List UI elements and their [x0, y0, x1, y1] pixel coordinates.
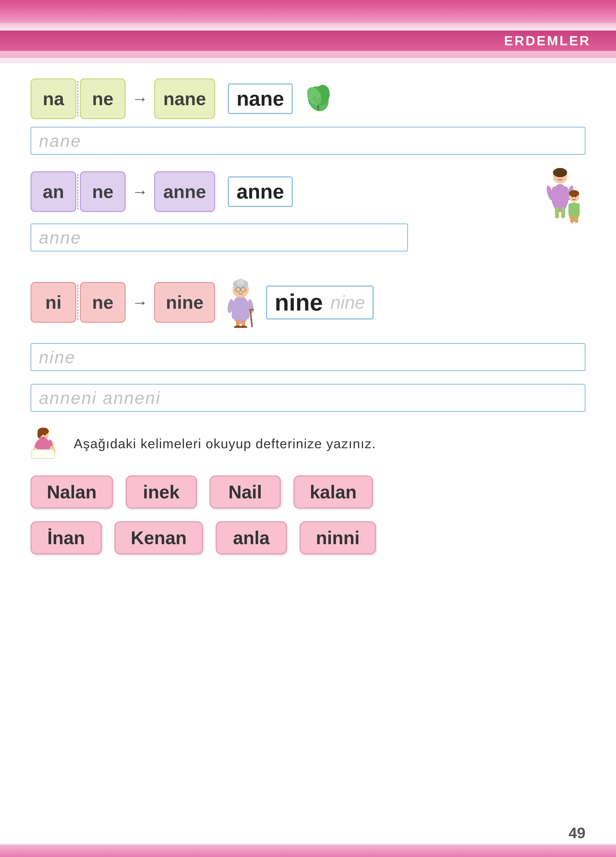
nine-solid-word: nine	[275, 289, 323, 316]
word-btn-inan[interactable]: İnan	[31, 521, 102, 554]
combined-anne: anne	[154, 171, 215, 212]
svg-point-16	[557, 176, 559, 177]
combined-nine: nine	[154, 282, 215, 323]
svg-point-42	[239, 326, 247, 328]
header-title: ERDEMLER	[504, 33, 591, 48]
svg-point-21	[569, 190, 579, 197]
arrow-anne: →	[132, 182, 148, 201]
header-bar: ERDEMLER	[0, 31, 616, 51]
word-btn-ninni[interactable]: ninni	[300, 521, 376, 554]
top-banner	[0, 0, 616, 23]
nine-row: ni ne → nine	[31, 277, 585, 328]
svg-point-30	[237, 278, 244, 286]
word-buttons-row1: Nalan inek Nail kalan	[31, 475, 585, 509]
nane-row: na ne → nane nane	[31, 78, 585, 119]
svg-rect-52	[32, 450, 55, 458]
combined-nane: nane	[154, 78, 215, 119]
nane-writing-area[interactable]: nane	[31, 127, 585, 155]
svg-rect-13	[555, 207, 559, 218]
display-nane: nane	[228, 84, 293, 114]
word-btn-kenan[interactable]: Kenan	[114, 521, 203, 554]
word-btn-anla[interactable]: anla	[216, 521, 287, 554]
word-btn-kalan[interactable]: kalan	[293, 475, 373, 509]
separator-nine	[77, 285, 79, 320]
anne-row: an ne → anne anne	[31, 171, 532, 212]
svg-point-17	[561, 176, 563, 177]
grandma-icon	[220, 277, 261, 328]
svg-point-56	[44, 434, 46, 436]
separator-anne	[77, 174, 79, 209]
syllable-ne-3: ne	[80, 282, 126, 323]
anne-writing-area[interactable]: anne	[31, 223, 408, 252]
top-banner-thin	[0, 23, 616, 31]
svg-rect-27	[232, 301, 250, 319]
syllable-ne-1: ne	[80, 78, 126, 119]
separator-nane	[77, 81, 79, 117]
nane-writing-text: nane	[39, 131, 81, 151]
instruction-row: Aşağıdaki kelimeleri okuyup defterinize …	[31, 427, 585, 460]
anne-row-wrapper: an ne → anne anne	[31, 167, 585, 223]
mother-daughter-icon	[540, 167, 585, 223]
word-btn-nail[interactable]: Nail	[210, 475, 281, 509]
svg-point-22	[572, 196, 573, 198]
arrow-nine: →	[132, 293, 148, 312]
svg-point-55	[41, 434, 42, 436]
word-btn-inek[interactable]: inek	[126, 475, 197, 509]
syllable-an: an	[31, 171, 76, 212]
svg-point-23	[575, 196, 576, 198]
girl-writing-icon	[31, 427, 63, 460]
syllable-ni: ni	[31, 282, 76, 323]
nine-writing-text: nine	[39, 347, 76, 367]
mint-leaf-icon	[303, 85, 333, 113]
display-anne: anne	[228, 176, 293, 207]
content-area: na ne → nane nane	[0, 63, 616, 588]
svg-rect-24	[570, 215, 574, 223]
word-btn-nalan[interactable]: Nalan	[31, 475, 113, 509]
nine-outline-word: nine	[330, 292, 365, 313]
page-number: 49	[568, 824, 585, 842]
pink-stripe	[0, 51, 616, 58]
svg-rect-14	[561, 207, 565, 218]
anne-writing-row: anne	[31, 223, 585, 264]
anneni-writing-area[interactable]: anneni anneni	[31, 384, 585, 412]
svg-rect-20	[568, 203, 580, 216]
nine-display-box: nine nine	[266, 286, 374, 319]
anne-writing-text: anne	[39, 227, 81, 248]
word-buttons-row2: İnan Kenan anla ninni	[31, 521, 585, 554]
instruction-text: Aşağıdaki kelimeleri okuyup defterinize …	[74, 436, 376, 451]
svg-point-15	[553, 168, 567, 177]
svg-rect-25	[575, 215, 578, 223]
svg-point-45	[37, 430, 42, 438]
light-stripe	[0, 58, 616, 63]
nine-writing-area[interactable]: nine	[31, 343, 585, 371]
syllable-ne-2: ne	[80, 171, 126, 212]
svg-rect-10	[552, 187, 568, 204]
anneni-writing-text: anneni anneni	[39, 388, 161, 408]
arrow-nane: →	[132, 89, 148, 108]
syllable-na: na	[31, 78, 76, 119]
nine-row-wrapper: ni ne → nine	[31, 277, 585, 336]
bottom-bar	[0, 844, 616, 857]
